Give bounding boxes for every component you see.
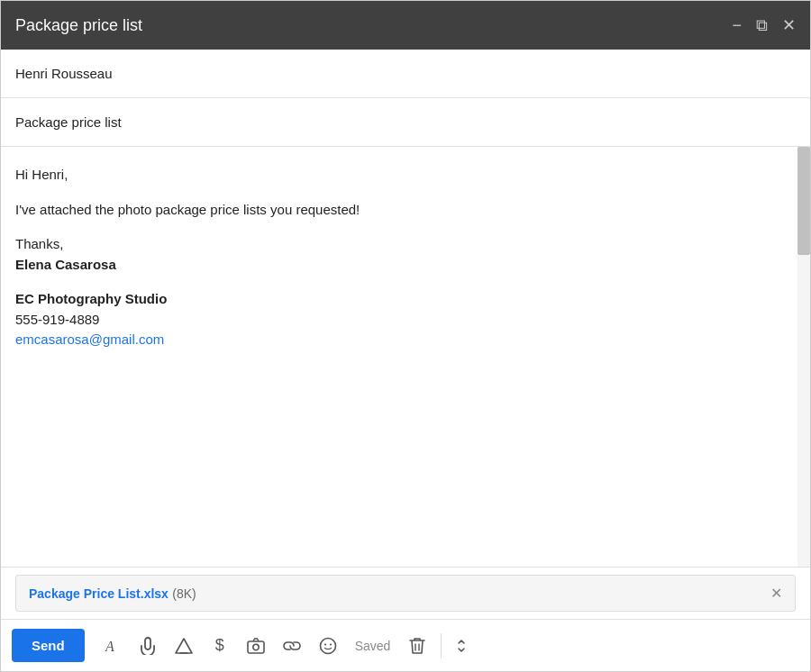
to-field[interactable]: Henri Rousseau — [1, 50, 810, 98]
window-controls: − ⧉ ✕ — [732, 17, 796, 33]
phone-number: 555-919-4889 — [15, 312, 99, 327]
window-title: Package price list — [15, 16, 142, 35]
email-body[interactable]: Hi Henri, I've attached the photo packag… — [1, 147, 810, 568]
email-link[interactable]: emcasarosa@gmail.com — [15, 331, 164, 347]
title-bar: Package price list − ⧉ ✕ — [1, 1, 810, 50]
body-contact: EC Photography Studio 555-919-4889 emcas… — [15, 289, 796, 350]
link-icon[interactable] — [276, 630, 308, 662]
toolbar-divider — [441, 633, 442, 658]
to-value: Henri Rousseau — [15, 66, 113, 81]
svg-point-8 — [330, 643, 332, 645]
photo-icon[interactable] — [240, 630, 272, 662]
svg-rect-4 — [248, 641, 264, 653]
subject-value: Package price list — [15, 114, 122, 130]
more-options-icon[interactable] — [449, 630, 474, 662]
attachment-close-icon[interactable]: ✕ — [770, 585, 782, 602]
saved-label: Saved — [348, 639, 398, 653]
svg-point-6 — [320, 638, 335, 653]
subject-field[interactable]: Package price list — [1, 98, 810, 147]
money-icon[interactable]: $ — [204, 630, 236, 662]
svg-point-5 — [252, 644, 258, 649]
sender-name: Elena Casarosa — [15, 257, 116, 272]
format-text-icon[interactable]: A — [96, 630, 128, 662]
scrollbar-thumb[interactable] — [797, 147, 810, 255]
body-line1: I've attached the photo package price li… — [15, 200, 796, 221]
svg-marker-2 — [176, 639, 192, 653]
attachment-name: Package Price List.xlsx (8K) — [29, 586, 196, 602]
scrollbar-track — [797, 147, 810, 567]
svg-point-7 — [324, 643, 326, 645]
compose-toolbar: Send A $ — [1, 619, 810, 671]
svg-rect-1 — [145, 638, 150, 649]
compose-window: Package price list − ⧉ ✕ Henri Rousseau … — [0, 0, 811, 672]
svg-text:A: A — [105, 639, 114, 654]
minimize-icon[interactable]: − — [732, 17, 742, 33]
delete-icon[interactable] — [401, 630, 433, 662]
body-greeting: Hi Henri, — [15, 165, 796, 186]
attachment-bar: Package Price List.xlsx (8K) ✕ — [15, 575, 796, 612]
attach-icon[interactable] — [132, 630, 164, 662]
company-name: EC Photography Studio — [15, 291, 167, 306]
body-signoff: Thanks, Elena Casarosa — [15, 234, 796, 275]
emoji-icon[interactable] — [312, 630, 344, 662]
send-button[interactable]: Send — [12, 629, 85, 662]
maximize-icon[interactable]: ⧉ — [756, 17, 768, 33]
close-icon[interactable]: ✕ — [782, 17, 796, 33]
google-drive-icon[interactable] — [168, 630, 200, 662]
